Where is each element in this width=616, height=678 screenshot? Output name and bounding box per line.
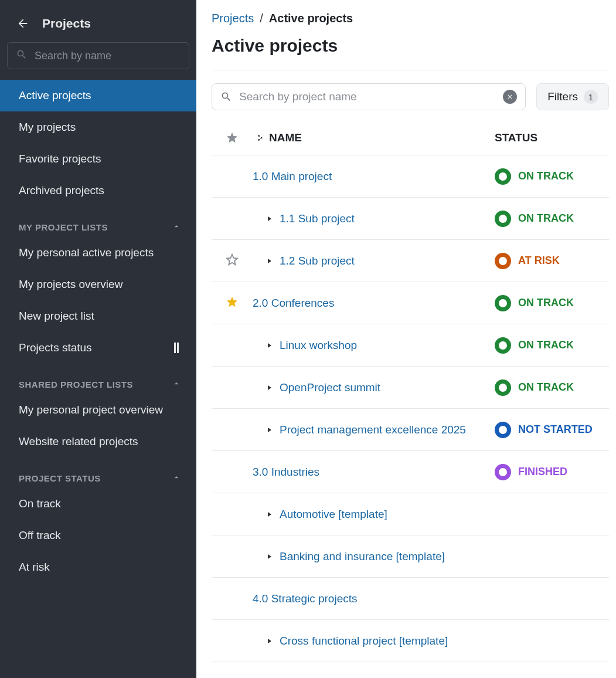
breadcrumb-current: Active projects xyxy=(269,12,353,25)
sidebar-group-header[interactable]: SHARED PROJECT LISTS xyxy=(0,364,196,394)
main-content: Projects / Active projects Active projec… xyxy=(196,0,616,678)
expand-icon[interactable] xyxy=(266,384,274,392)
sidebar-item-my-projects[interactable]: My projects xyxy=(0,111,196,143)
main-search[interactable] xyxy=(212,83,526,110)
table-row: 1.1 Sub projectON TRACK xyxy=(212,198,609,240)
chevron-up-icon xyxy=(172,379,182,389)
status-cell: ON TRACK xyxy=(495,295,609,311)
table-row: 4.0 Strategic projects xyxy=(212,578,609,620)
sidebar-item-favorite-projects[interactable]: Favorite projects xyxy=(0,143,196,175)
name-cell: 1.2 Sub project xyxy=(253,255,495,267)
drag-handle-icon[interactable] xyxy=(174,343,182,353)
status-indicator-icon xyxy=(495,464,511,480)
status-indicator-icon xyxy=(495,253,511,269)
back-arrow-icon[interactable] xyxy=(16,17,29,30)
table-row: Banking and insurance [template] xyxy=(212,535,609,578)
breadcrumb-root[interactable]: Projects xyxy=(212,12,254,25)
sidebar-search-input[interactable] xyxy=(35,50,181,62)
sidebar-item-new-project-list[interactable]: New project list xyxy=(0,300,196,332)
hierarchy-column-icon[interactable] xyxy=(253,134,269,142)
sidebar-item-on-track[interactable]: On track xyxy=(0,488,196,520)
project-link[interactable]: 1.0 Main project xyxy=(253,170,332,183)
table-row: OpenProject summitON TRACK xyxy=(212,367,609,409)
favorite-column-icon[interactable] xyxy=(212,131,253,144)
project-link[interactable]: Cross functional project [template] xyxy=(280,635,448,648)
sidebar-item-my-personal-project-overview[interactable]: My personal project overview xyxy=(0,394,196,426)
status-indicator-icon xyxy=(495,337,511,354)
group-label: PROJECT STATUS xyxy=(19,473,101,483)
expand-icon[interactable] xyxy=(266,510,274,518)
sidebar-item-projects-status[interactable]: Projects status xyxy=(0,332,196,364)
table-row: 3.0 IndustriesFINISHED xyxy=(212,451,609,493)
name-cell: Cross functional project [template] xyxy=(253,635,495,648)
project-link[interactable]: Project management excellence 2025 xyxy=(280,423,466,436)
search-icon xyxy=(16,49,28,63)
sidebar-group-header[interactable]: MY PROJECT LISTS xyxy=(0,206,196,237)
favorite-cell[interactable] xyxy=(212,296,253,311)
status-cell: ON TRACK xyxy=(495,211,609,227)
sidebar-item-label: New project list xyxy=(19,310,94,323)
sidebar-item-label: Website related projects xyxy=(19,435,138,448)
sidebar-title: Projects xyxy=(42,16,91,30)
divider xyxy=(212,70,609,70)
expand-icon[interactable] xyxy=(266,215,274,223)
breadcrumb-separator: / xyxy=(260,12,263,25)
expand-icon[interactable] xyxy=(266,637,274,645)
star-outline-icon[interactable] xyxy=(226,253,239,269)
status-label: ON TRACK xyxy=(518,297,574,309)
status-label: NOT STARTED xyxy=(518,423,593,436)
sidebar-item-at-risk[interactable]: At risk xyxy=(0,551,196,583)
group-label: MY PROJECT LISTS xyxy=(19,222,108,232)
name-cell: 1.1 Sub project xyxy=(253,212,495,225)
sidebar-item-label: My projects xyxy=(19,121,76,134)
search-icon xyxy=(220,91,232,103)
project-link[interactable]: OpenProject summit xyxy=(280,381,380,394)
project-link[interactable]: Automotive [template] xyxy=(280,508,387,521)
table-row: Linux workshopON TRACK xyxy=(212,324,609,367)
project-link[interactable]: 1.1 Sub project xyxy=(280,212,355,225)
filters-button[interactable]: Filters 1 xyxy=(536,83,609,110)
project-link[interactable]: Banking and insurance [template] xyxy=(280,550,445,563)
star-filled-icon[interactable] xyxy=(226,296,239,311)
status-label: FINISHED xyxy=(518,466,567,478)
chevron-up-icon xyxy=(172,222,182,232)
status-cell: NOT STARTED xyxy=(495,422,609,438)
sidebar-item-my-personal-active-projects[interactable]: My personal active projects xyxy=(0,237,196,269)
sidebar-item-label: My personal active projects xyxy=(19,246,154,259)
expand-icon[interactable] xyxy=(266,257,274,265)
name-column-header[interactable]: NAME xyxy=(269,131,495,144)
name-cell: Project management excellence 2025 xyxy=(253,423,495,436)
expand-icon[interactable] xyxy=(266,341,274,350)
status-label: ON TRACK xyxy=(518,212,574,225)
sidebar-item-archived-projects[interactable]: Archived projects xyxy=(0,175,196,206)
sidebar-item-active-projects[interactable]: Active projects xyxy=(0,80,196,111)
expand-icon[interactable] xyxy=(266,426,274,434)
sidebar-item-off-track[interactable]: Off track xyxy=(0,520,196,551)
clear-icon[interactable] xyxy=(503,90,517,104)
expand-icon[interactable] xyxy=(266,552,274,561)
sidebar-search[interactable] xyxy=(7,42,189,69)
sidebar-header: Projects xyxy=(0,9,196,42)
toolbar: Filters 1 xyxy=(212,83,609,110)
sidebar-group-header[interactable]: PROJECT STATUS xyxy=(0,457,196,488)
favorite-cell[interactable] xyxy=(212,253,253,269)
table-row: 1.2 Sub projectAT RISK xyxy=(212,240,609,282)
table-header: NAME STATUS xyxy=(212,128,609,155)
name-cell: 2.0 Conferences xyxy=(253,297,495,310)
project-link[interactable]: 3.0 Industries xyxy=(253,466,319,479)
project-link[interactable]: 2.0 Conferences xyxy=(253,297,334,310)
project-link[interactable]: 1.2 Sub project xyxy=(280,255,355,267)
sidebar-item-label: On track xyxy=(19,497,61,510)
project-link[interactable]: 4.0 Strategic projects xyxy=(253,592,357,605)
sidebar-item-label: Off track xyxy=(19,529,60,542)
table-row: 2.0 ConferencesON TRACK xyxy=(212,282,609,324)
status-column-header[interactable]: STATUS xyxy=(495,131,609,144)
project-link[interactable]: Linux workshop xyxy=(280,339,357,352)
filters-count-badge: 1 xyxy=(584,90,598,104)
name-cell: 3.0 Industries xyxy=(253,466,495,479)
status-indicator-icon xyxy=(495,422,511,438)
page-title: Active projects xyxy=(212,36,609,56)
main-search-input[interactable] xyxy=(239,90,496,103)
sidebar-item-my-projects-overview[interactable]: My projects overview xyxy=(0,269,196,300)
sidebar-item-website-related-projects[interactable]: Website related projects xyxy=(0,426,196,457)
